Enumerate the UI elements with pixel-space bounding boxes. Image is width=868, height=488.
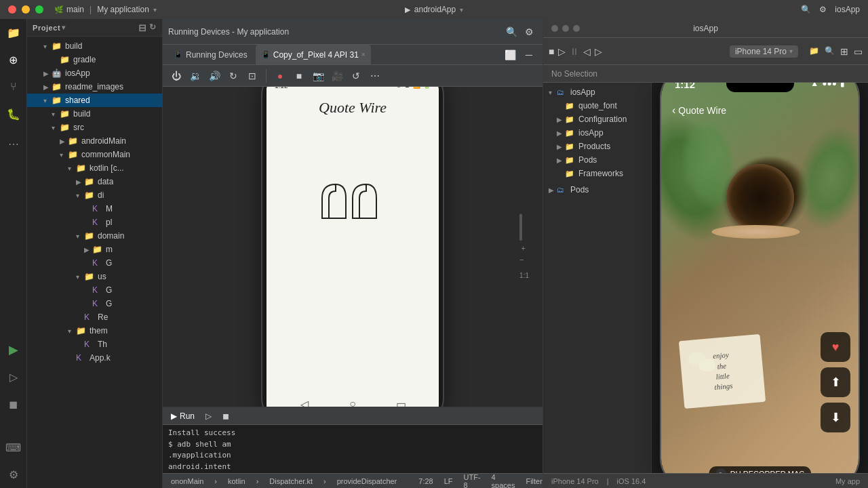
activity-stop-icon[interactable]: ◼ [5, 396, 22, 412]
activity-extensions-icon[interactable]: ⋯ [5, 136, 22, 152]
activity-play-icon[interactable]: ▷ [5, 369, 22, 385]
expand-icon[interactable]: ⬜ [502, 47, 518, 63]
xcode-inspect-icon[interactable]: 🔍 [825, 46, 835, 57]
video-btn[interactable]: 🎥 [329, 68, 345, 84]
vol-up-btn[interactable]: 🔊 [206, 68, 222, 84]
battery-icon: 🔋 [423, 87, 431, 89]
xcode-stop-icon[interactable]: ■ [549, 46, 554, 57]
xcode-close-btn[interactable] [551, 25, 558, 32]
xcode-prev-icon[interactable]: ◁ [583, 46, 591, 57]
ios-tree-pods-root[interactable]: ▶ 🗂 Pods [543, 183, 651, 197]
tree-shared[interactable]: ▾ 📁 shared [27, 94, 162, 107]
tree-m-file[interactable]: K M [27, 202, 162, 216]
tree-pl-file[interactable]: K pl [27, 216, 162, 229]
android-time: 1:12 [275, 87, 288, 89]
toolbar-settings-btn[interactable]: ⚙ [521, 24, 537, 40]
record-btn[interactable]: ● [272, 68, 288, 84]
minimize-icon[interactable]: ─ [521, 47, 537, 63]
tree-gradle[interactable]: 📁 gradle [27, 53, 162, 66]
activity-settings-bottom-icon[interactable]: ⚙ [5, 466, 22, 483]
ios-download-btn[interactable]: ⬇ [821, 403, 850, 432]
tree-g2-file[interactable]: K G [27, 283, 162, 297]
pixel-tab-close[interactable]: × [361, 51, 366, 58]
play-tab[interactable]: ▷ [203, 411, 214, 421]
tree-g1-file[interactable]: K G [27, 256, 162, 270]
ios-heart-btn[interactable]: ♥ [821, 332, 850, 362]
ios-tree-pods[interactable]: ▶ 📁 Pods [543, 153, 651, 167]
status-position: 7:28 [418, 477, 433, 485]
tree-th-file[interactable]: K Th [27, 338, 162, 351]
power-btn[interactable]: ⏻ [168, 68, 184, 84]
running-devices-tab[interactable]: 📱 Running Devices [168, 45, 253, 64]
xcode-minimize-btn[interactable] [562, 25, 569, 32]
traffic-red[interactable] [8, 5, 16, 14]
ios-tree-frameworks[interactable]: 📁 Frameworks [543, 167, 651, 180]
vol-down-btn[interactable]: 🔉 [187, 68, 203, 84]
replay-btn[interactable]: ↺ [348, 68, 364, 84]
tree-kotlin[interactable]: ▾ 📁 kotlin [c... [27, 161, 162, 175]
tree-src[interactable]: ▾ 📁 src [27, 121, 162, 134]
tree-shared-build[interactable]: ▾ 📁 build [27, 107, 162, 121]
tree-g3-file[interactable]: K G [27, 297, 162, 310]
tree-data[interactable]: ▶ 📁 data [27, 175, 162, 188]
ios-back-chevron[interactable]: ‹ [672, 104, 675, 117]
tree-re-file[interactable]: K Re [27, 310, 162, 324]
sync-icon[interactable]: ↻ [149, 22, 157, 33]
xcode-folder-icon[interactable]: 📁 [809, 46, 819, 57]
tree-common-main[interactable]: ▾ 📁 commonMain [27, 148, 162, 161]
xcode-zoom-btn[interactable] [573, 25, 580, 32]
zoom-minus[interactable]: − [519, 256, 529, 264]
play-icon: ▷ [205, 411, 212, 421]
tree-domain[interactable]: ▾ 📁 domain [27, 229, 162, 243]
toolbar-search-btn[interactable]: 🔍 [503, 24, 519, 40]
activity-run-icon[interactable]: ▶ [5, 342, 22, 358]
tree-android-main[interactable]: ▶ 📁 androidMain [27, 134, 162, 148]
mac-right-icons: 🔍 ⚙ iosApp [801, 5, 860, 14]
recent-nav-btn[interactable]: ▭ [391, 394, 410, 407]
tree-build[interactable]: ▾ 📁 build [27, 39, 162, 53]
tree-readme[interactable]: ▶ 📁 readme_images [27, 80, 162, 94]
tree-domain-m[interactable]: ▶ 📁 m [27, 243, 162, 256]
traffic-yellow[interactable] [22, 5, 30, 14]
activity-debug-icon[interactable]: 🐛 [5, 106, 22, 122]
back-nav-btn[interactable]: ◁ [295, 394, 314, 407]
ios-battery-icon: ▮ [840, 83, 845, 88]
ios-tree-iosapp[interactable]: ▶ 📁 iosApp [543, 126, 651, 140]
filter-label[interactable]: Filter [526, 477, 542, 485]
settings-icon[interactable]: ⚙ [819, 5, 827, 14]
tree-iosapp[interactable]: ▶ 🤖 iosApp [27, 66, 162, 80]
rotate-btn[interactable]: ↻ [225, 68, 241, 84]
xcode-next-icon[interactable]: ▷ [595, 46, 602, 57]
traffic-green[interactable] [35, 5, 43, 14]
run-tab[interactable]: ▶ Run [168, 411, 197, 421]
ios-back-label[interactable]: Quote Wire [678, 105, 726, 116]
home-nav-btn[interactable]: ○ [343, 394, 362, 407]
search-icon[interactable]: 🔍 [801, 5, 811, 14]
resize-btn[interactable]: ⊡ [244, 68, 260, 84]
tree-di[interactable]: ▾ 📁 di [27, 188, 162, 202]
screenshot-btn[interactable]: 📷 [310, 68, 326, 84]
stop-record-btn[interactable]: ■ [291, 68, 307, 84]
ios-tree-root[interactable]: ▾ 🗂 iosApp [543, 85, 651, 99]
xcode-panel-icon[interactable]: ▭ [854, 46, 863, 57]
xcode-grid-icon[interactable]: ⊞ [840, 46, 848, 57]
tree-them[interactable]: ▾ 📁 them [27, 324, 162, 338]
tree-us[interactable]: ▾ 📁 us [27, 270, 162, 283]
activity-git-icon[interactable]: ⑂ [5, 79, 22, 95]
xcode-build-icon[interactable]: ▷ [558, 46, 566, 57]
activity-folder-icon[interactable]: 📁 [5, 24, 22, 41]
stop-tab[interactable]: ◼ [220, 411, 232, 421]
activity-search-icon[interactable]: ⊕ [5, 52, 22, 68]
xcode-device-selector[interactable]: iPhone 14 Pro ▾ [730, 45, 798, 58]
collapse-all-icon[interactable]: ⊟ [138, 22, 147, 33]
ios-tree-configuration[interactable]: ▶ 📁 Configuration [543, 113, 651, 126]
ios-tree-quote-font[interactable]: 📁 quote_font [543, 99, 651, 113]
tree-appk-file[interactable]: K App.k [27, 351, 162, 365]
more-btn[interactable]: ⋯ [367, 68, 383, 84]
mac-titlebar: 🌿 main | My application ▾ ▶ androidApp ▾… [0, 0, 868, 19]
activity-terminal-icon[interactable]: ⌨ [5, 439, 22, 455]
ios-tree-products[interactable]: ▶ 📁 Products [543, 140, 651, 153]
pixel-tab[interactable]: 📱 Copy_of_Pixel 4 API 31 × [256, 45, 371, 64]
ios-share-btn[interactable]: ⬆ [821, 367, 850, 397]
settings-status-icon: ⚙ [396, 87, 401, 89]
